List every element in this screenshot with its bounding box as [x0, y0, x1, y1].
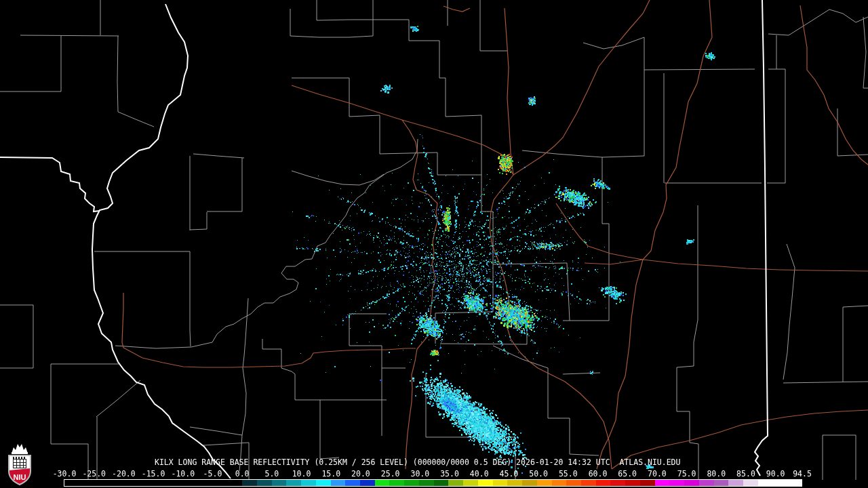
colorbar-segment [478, 480, 493, 486]
colorbar-tick-label: 65.0 [618, 470, 637, 478]
colorbar-segment [522, 480, 537, 486]
colorbar-tick-label: -25.0 [82, 470, 106, 478]
colorbar-tick-label: 90.0 [766, 470, 785, 478]
colorbar-tick-labels: -30.0-25.0-20.0-15.0-10.0-5.00.05.010.01… [0, 470, 868, 478]
colorbar-tick-label: -5.0 [203, 470, 222, 478]
niu-logo: NIU [4, 441, 35, 488]
colorbar-segment [242, 480, 257, 486]
colorbar-tick-label: 15.0 [321, 470, 340, 478]
colorbar-segment [404, 480, 419, 486]
colorbar-segment [537, 480, 552, 486]
colorbar-segment [360, 480, 375, 486]
colorbar-segment [375, 480, 390, 486]
colorbar-tick-label: -10.0 [171, 470, 195, 478]
colorbar-tick-label: 50.0 [529, 470, 548, 478]
colorbar-segment [714, 480, 729, 486]
colorbar-segment [758, 480, 773, 486]
colorbar-segment [566, 480, 581, 486]
colorbar-segment [316, 480, 331, 486]
colorbar-segment [286, 480, 301, 486]
colorbar-tick-label: -30.0 [53, 470, 77, 478]
colorbar-segment [331, 480, 346, 486]
colorbar-tick-label: -15.0 [142, 470, 165, 478]
colorbar-segment [581, 480, 596, 486]
colorbar-segment [434, 480, 449, 486]
colorbar-segment [419, 480, 434, 486]
colorbar-segment [625, 480, 640, 486]
colorbar-segment [610, 480, 625, 486]
colorbar-segment [773, 480, 788, 486]
radar-map-canvas [0, 0, 868, 488]
colorbar-segment [699, 480, 714, 486]
colorbar-tick-label: 35.0 [440, 470, 459, 478]
colorbar-segment [684, 480, 699, 486]
colorbar-segment [596, 480, 611, 486]
colorbar-tick-label: 30.0 [410, 470, 429, 478]
colorbar-tick-label: 5.0 [264, 470, 279, 478]
colorbar-segment [301, 480, 316, 486]
colorbar-tick-label: 80.0 [707, 470, 726, 478]
colorbar-segment [257, 480, 272, 486]
colorbar-segment [448, 480, 463, 486]
niu-shield-icon: NIU [4, 441, 35, 488]
colorbar-tick-label: 85.0 [736, 470, 755, 478]
colorbar-tick-label: 20.0 [351, 470, 370, 478]
product-caption: KILX LONG RANGE BASE REFLECTIVITY (0.25K… [155, 458, 680, 466]
colorbar-segment [728, 480, 743, 486]
radar-viewer-screen: KILX LONG RANGE BASE REFLECTIVITY (0.25K… [0, 0, 868, 488]
colorbar-segment [493, 480, 508, 486]
colorbar-segment [655, 480, 670, 486]
reflectivity-colorbar: -30.0-25.0-20.0-15.0-10.0-5.00.05.010.01… [0, 468, 868, 488]
colorbar-scale [64, 479, 802, 487]
colorbar-tick-label: 70.0 [648, 470, 667, 478]
colorbar-tick-label: 40.0 [470, 470, 489, 478]
colorbar-segment [507, 480, 522, 486]
colorbar-segment [389, 480, 404, 486]
niu-logo-text: NIU [14, 473, 26, 481]
colorbar-segment [743, 480, 758, 486]
colorbar-segment [787, 480, 802, 486]
colorbar-segment [640, 480, 655, 486]
colorbar-tick-label: 55.0 [559, 470, 578, 478]
colorbar-tick-label: 75.0 [677, 470, 696, 478]
colorbar-segment [552, 480, 567, 486]
colorbar-segment [463, 480, 478, 486]
colorbar-segment [345, 480, 360, 486]
colorbar-segment [669, 480, 684, 486]
colorbar-tick-label: 45.0 [500, 470, 519, 478]
colorbar-tick-label: -20.0 [112, 470, 136, 478]
colorbar-segment [272, 480, 287, 486]
colorbar-tick-label: 94.5 [793, 470, 812, 478]
colorbar-tick-label: 60.0 [589, 470, 608, 478]
colorbar-tick-label: 0.0 [235, 470, 250, 478]
colorbar-tick-label: 10.0 [292, 470, 311, 478]
colorbar-tick-label: 25.0 [381, 470, 400, 478]
